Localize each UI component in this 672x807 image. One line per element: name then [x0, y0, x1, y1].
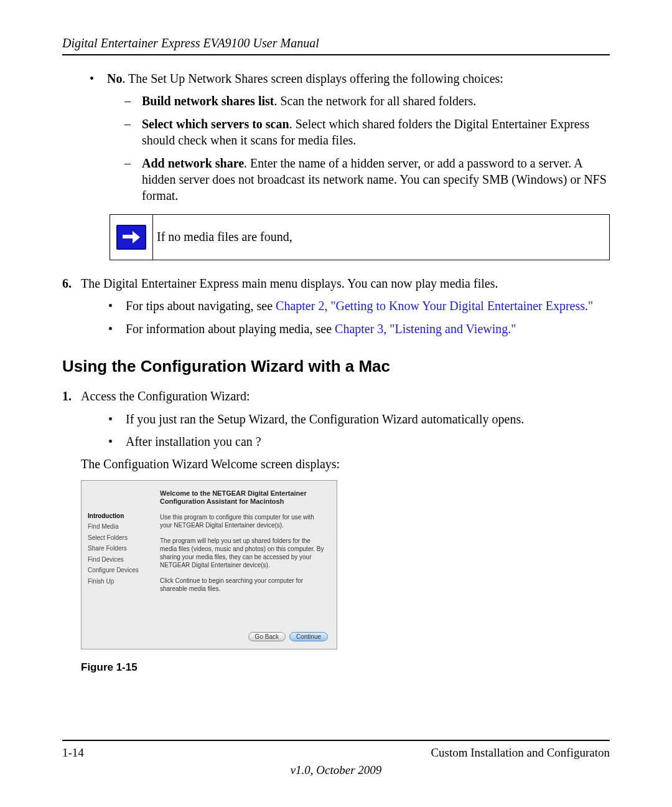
bullet-dot-icon: • [106, 411, 126, 427]
no-label: No [107, 72, 122, 85]
step1-sub2-text: After installation you can ? [126, 433, 261, 450]
sidebar-step-configure-devices: Configure Devices [88, 565, 154, 576]
dash-icon: – [124, 116, 142, 149]
step-1-text: Access the Configuration Wizard: [81, 388, 250, 404]
main-content: • No. The Set Up Network Shares screen d… [62, 70, 610, 674]
note-text: If no media files are found, [153, 215, 609, 260]
header-rule [62, 54, 610, 55]
sidebar-step-find-media: Find Media [88, 521, 154, 532]
footer-version: v1.0, October 2009 [62, 763, 610, 777]
step1-sub-1: • If you just ran the Setup Wizard, the … [106, 411, 610, 427]
bullet-dot-icon: • [106, 433, 126, 450]
arrow-right-icon [116, 225, 146, 250]
step6-sub1-pre: For tips about navigating, see [126, 299, 276, 313]
dash-icon: – [124, 93, 142, 109]
step-6-text: The Digital Entertainer Express main men… [81, 275, 498, 291]
sub-label-2: Select which servers to scan [142, 117, 289, 131]
sub-text-1: . Scan the network for all shared folder… [274, 94, 476, 108]
link-chapter-3[interactable]: Chapter 3, "Listening and Viewing." [335, 322, 516, 336]
figure-caption: Figure 1-15 [81, 661, 610, 674]
running-header: Digital Entertainer Express EVA9100 User… [62, 36, 610, 50]
wizard-screenshot: Welcome to the NETGEAR Digital Entertain… [81, 480, 337, 649]
step6-sub-1: • For tips about navigating, see Chapter… [106, 298, 610, 314]
note-icon-cell [110, 215, 153, 260]
wizard-para-1: Use this program to configure this compu… [160, 513, 328, 529]
no-text: . The Set Up Network Shares screen displ… [122, 72, 503, 85]
bullet-dot-icon: • [106, 298, 126, 314]
welcome-line: The Configuation Wizard Welcome screen d… [81, 456, 610, 472]
step6-sub2-pre: For information about playing media, see [126, 322, 335, 336]
sub-item-1: – Build network shares list. Scan the ne… [124, 93, 610, 109]
wizard-button-row: Go Back Continue [248, 632, 328, 641]
go-back-button[interactable]: Go Back [248, 632, 286, 641]
sub-label-1: Build network shares list [142, 94, 274, 108]
sub-item-3: – Add network share. Enter the name of a… [124, 155, 610, 204]
wizard-sidebar: Introduction Find Media Select Folders S… [88, 511, 154, 587]
wizard-para-2: The program will help you set up shared … [160, 537, 328, 569]
step-1: 1. Access the Configuration Wizard: [62, 388, 610, 404]
step6-sub-2: • For information about playing media, s… [106, 321, 610, 337]
footer-rule [62, 740, 610, 741]
continue-button[interactable]: Continue [289, 632, 328, 641]
step-number: 6. [62, 275, 81, 291]
bullet-dot-icon: • [87, 70, 107, 87]
step1-sub1-text: If you just ran the Setup Wizard, the Co… [126, 411, 524, 427]
sidebar-step-share-folders: Share Folders [88, 543, 154, 554]
sidebar-step-finish-up: Finish Up [88, 576, 154, 587]
sidebar-step-find-devices: Find Devices [88, 554, 154, 565]
sidebar-step-introduction: Introduction [88, 511, 154, 522]
step-number: 1. [62, 388, 81, 404]
dash-icon: – [124, 155, 142, 204]
wizard-main-text: Use this program to configure this compu… [160, 513, 328, 600]
sub-item-2: – Select which servers to scan. Select w… [124, 116, 610, 149]
footer-section: Custom Installation and Configuraton [431, 746, 610, 760]
wizard-para-3: Click Continue to begin searching your c… [160, 577, 328, 593]
link-chapter-2[interactable]: Chapter 2, "Getting to Know Your Digital… [276, 299, 593, 313]
step1-sub-2: • After installation you can ? [106, 433, 610, 450]
sub-label-3: Add network share [142, 156, 244, 170]
page-footer: 1-14 Custom Installation and Configurato… [62, 740, 610, 777]
bullet-no: • No. The Set Up Network Shares screen d… [87, 70, 610, 87]
bullet-dot-icon: • [106, 321, 126, 337]
page-number: 1-14 [62, 746, 84, 760]
step-6: 6. The Digital Entertainer Express main … [62, 275, 610, 291]
wizard-title: Welcome to the NETGEAR Digital Entertain… [160, 489, 329, 506]
note-box: If no media files are found, [110, 214, 610, 260]
section-heading: Using the Configuration Wizard with a Ma… [62, 356, 610, 377]
sidebar-step-select-folders: Select Folders [88, 532, 154, 544]
